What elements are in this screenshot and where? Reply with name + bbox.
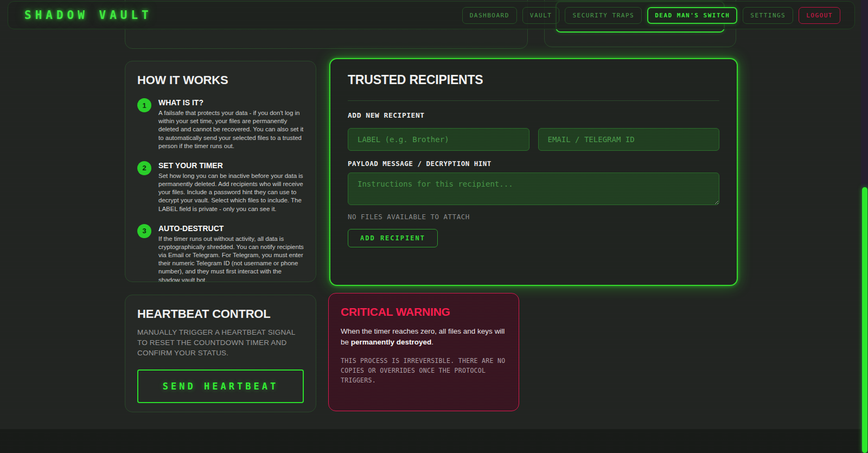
page-footer-area [0, 429, 868, 453]
step-2: 2 SET YOUR TIMER Set how long you can be… [137, 161, 304, 213]
page: SHADOW VAULT DASHBOARD VAULT SECURITY TR… [0, 0, 868, 453]
nav-dashboard[interactable]: DASHBOARD [462, 7, 517, 24]
send-heartbeat-button[interactable]: SEND HEARTBEAT [137, 369, 304, 403]
critical-warning-body: When the timer reaches zero, all files a… [341, 326, 507, 347]
critical-warning-title: CRITICAL WARNING [341, 305, 507, 318]
nav-security-traps[interactable]: SECURITY TRAPS [565, 7, 642, 24]
step-2-body: Set how long you can be inactive before … [158, 172, 304, 213]
payload-message-textarea[interactable] [348, 173, 719, 205]
warning-text-period: . [431, 338, 433, 346]
how-it-works-panel: HOW IT WORKS 1 WHAT IS IT? A failsafe th… [125, 61, 316, 282]
step-1-title: WHAT IS IT? [158, 98, 304, 107]
warning-text-bold: permanently destroyed [351, 338, 432, 346]
step-1: 1 WHAT IS IT? A failsafe that protects y… [137, 98, 304, 150]
recipient-label-input[interactable] [348, 128, 529, 151]
recipient-contact-input[interactable] [538, 128, 720, 151]
how-it-works-title: HOW IT WORKS [137, 73, 304, 87]
critical-warning-details: THIS PROCESS IS IRREVERSIBLE. THERE ARE … [341, 356, 507, 385]
divider [348, 100, 719, 101]
step-1-body: A failsafe that protects your data - if … [158, 109, 304, 150]
navbar: SHADOW VAULT DASHBOARD VAULT SECURITY TR… [8, 1, 855, 29]
step-1-badge: 1 [137, 98, 151, 112]
step-2-badge: 2 [137, 161, 151, 175]
payload-message-label: PAYLOAD MESSAGE / DECRYPTION HINT [348, 159, 719, 168]
main-nav: DASHBOARD VAULT SECURITY TRAPS DEAD MAN'… [462, 7, 840, 24]
nav-settings[interactable]: SETTINGS [743, 7, 793, 24]
trusted-recipients-title: TRUSTED RECIPIENTS [348, 73, 719, 87]
heartbeat-title: HEARTBEAT CONTROL [137, 307, 304, 321]
nav-dead-mans-switch[interactable]: DEAD MAN'S SWITCH [647, 7, 737, 24]
scrollbar-thumb[interactable] [862, 187, 867, 453]
trusted-recipients-panel: TRUSTED RECIPIENTS ADD NEW RECIPIENT PAY… [329, 58, 738, 286]
add-new-recipient-label: ADD NEW RECIPIENT [348, 111, 719, 119]
scrollbar-track[interactable] [861, 0, 868, 453]
heartbeat-control-panel: HEARTBEAT CONTROL MANUALLY TRIGGER A HEA… [125, 295, 316, 412]
nav-vault[interactable]: VAULT [522, 7, 560, 24]
step-2-title: SET YOUR TIMER [158, 161, 304, 170]
step-3-title: AUTO-DESTRUCT [158, 224, 304, 233]
no-files-status: NO FILES AVAILABLE TO ATTACH [348, 213, 719, 221]
app-logo: SHADOW VAULT [24, 9, 152, 22]
step-3-badge: 3 [137, 224, 151, 238]
step-3: 3 AUTO-DESTRUCT If the timer runs out wi… [137, 224, 304, 282]
critical-warning-panel: CRITICAL WARNING When the timer reaches … [328, 293, 519, 411]
step-3-body: If the timer runs out without activity, … [158, 235, 304, 282]
add-recipient-button[interactable]: ADD RECIPIENT [348, 229, 438, 247]
recipient-input-row [348, 128, 719, 151]
nav-logout[interactable]: LOGOUT [799, 7, 840, 24]
heartbeat-description: MANUALLY TRIGGER A HEARTBEAT SIGNAL TO R… [137, 327, 304, 358]
